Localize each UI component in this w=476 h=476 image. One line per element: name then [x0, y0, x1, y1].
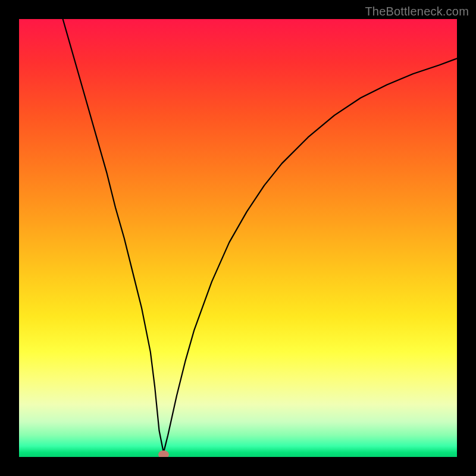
- plot-area: [19, 19, 457, 457]
- watermark-text: TheBottleneck.com: [365, 5, 469, 18]
- curve-path: [63, 19, 457, 453]
- optimal-point-marker: [158, 450, 169, 457]
- bottleneck-curve: [19, 19, 457, 457]
- chart-frame: TheBottleneck.com: [0, 0, 476, 476]
